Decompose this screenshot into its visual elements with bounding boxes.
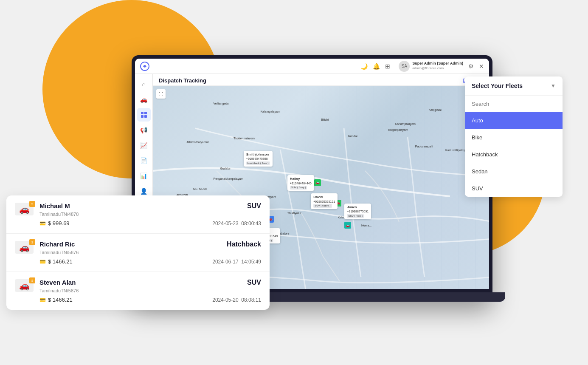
card-type-2: Hatchback — [227, 241, 261, 248]
map-header: Dispatch Tracking Dispatcher — [153, 74, 489, 86]
svg-rect-3 — [141, 115, 143, 118]
card-bottom-3: 💳 $ 1466.21 2024-05-20 08:08:11 — [39, 297, 261, 303]
fleet-dropdown-arrow-icon[interactable]: ▼ — [551, 83, 556, 89]
moon-icon[interactable]: 🌙 — [360, 63, 368, 70]
card-type-3: SUV — [247, 279, 261, 286]
card-icon-1: 🚗 S — [15, 202, 34, 216]
sidebar-item-alerts[interactable]: 📢 — [137, 123, 151, 137]
map-label-meimudi: MEi MUDI — [193, 187, 207, 190]
card-name-3: Steven Alan — [39, 279, 76, 286]
map-label-thudiyalur: Thudiyalur — [287, 212, 301, 215]
bell-icon[interactable]: 🔔 — [373, 63, 380, 70]
admin-info: SA Super Admin (Super Admin) admin@flont… — [399, 61, 463, 72]
fleet-panel-title: Select Your Fleets — [472, 82, 523, 89]
card-datetime-2: 2024-06-17 14:05:49 — [212, 259, 261, 265]
titlebar-icons: 🌙 🔔 ⊞ SA Super Admin (Super Admin) admin… — [360, 61, 484, 72]
map-label-kuppepalayam: Kuppepalayam — [388, 128, 408, 131]
table-row: 🚗 S Steven Alan SUV TamilnaduTN/5876 💳 $… — [6, 272, 270, 310]
map-popup-smithjohnson: Smithjohnson +919895475898 Hatchback ( F… — [244, 151, 273, 167]
card-name-1: Michael M — [39, 202, 70, 209]
card-name-2: Richard Ric — [39, 241, 75, 248]
map-label-kalampalayam: Kalampalayam — [260, 110, 280, 113]
sidebar-item-tracking[interactable] — [137, 108, 151, 122]
card-id-2: TamilnaduTN/5876 — [39, 250, 261, 255]
table-row: 🚗 S Richard Ric Hatchback TamilnaduTN/58… — [6, 234, 270, 272]
card-bottom-1: 💳 $ 999.69 2024-05-23 08:00:43 — [39, 220, 261, 226]
fleet-item-suv[interactable]: SUV — [465, 180, 563, 197]
map-label-athimathaiyamur: Athimathaiyamur — [186, 141, 209, 144]
map-label-neela: Neela... — [361, 224, 371, 227]
map-label-ilamdai: Ilamdai — [348, 135, 357, 138]
card-content-2: Richard Ric Hatchback TamilnaduTN/5876 💳… — [39, 241, 261, 265]
fleet-panel: Select Your Fleets ▼ Auto Bike Hatchback… — [465, 76, 563, 197]
card-content-1: Michael M SUV TamilnaduTN/4878 💳 $ 999.6… — [39, 202, 261, 226]
card-list: 🚗 S Michael M SUV TamilnaduTN/4878 💳 $ 9… — [6, 195, 270, 310]
map-popup-jones: Jones +919988775691 SUV ( Free ) — [344, 204, 371, 219]
fleet-panel-header: Select Your Fleets ▼ — [465, 76, 563, 96]
card-top-2: Richard Ric Hatchback — [39, 241, 261, 248]
card-icon-3: 🚗 S — [15, 279, 34, 292]
app-titlebar: 🌙 🔔 ⊞ SA Super Admin (Super Admin) admin… — [135, 59, 489, 74]
sidebar-item-reports[interactable]: 📄 — [137, 154, 151, 167]
amount-icon-1: 💳 — [39, 221, 46, 226]
map-label-penyanaicken: Penyanaickenpalayam — [214, 177, 243, 180]
card-icon-2: 🚗 S — [15, 241, 34, 254]
fleet-item-sedan[interactable]: Sedan — [465, 163, 563, 180]
card-top-3: Steven Alan SUV — [39, 279, 261, 286]
settings-icon[interactable]: ⚙ — [468, 63, 474, 70]
card-datetime-3: 2024-05-20 08:08:11 — [212, 297, 261, 303]
map-label-bilichi: Bilichi — [321, 118, 329, 121]
vehicle-marker-1: 🚗 — [314, 179, 321, 186]
card-bottom-2: 💳 $ 1466.21 2024-06-17 14:05:49 — [39, 258, 261, 265]
card-type-1: SUV — [247, 202, 261, 210]
card-amount-3: 💳 $ 1466.21 — [39, 297, 73, 303]
fleet-item-bike[interactable]: Bike — [465, 129, 563, 146]
sidebar-item-home[interactable]: ⌂ — [137, 77, 151, 91]
card-content-3: Steven Alan SUV TamilnaduTN/5876 💳 $ 146… — [39, 279, 261, 303]
vehicle-marker-3: 🚗 — [344, 222, 351, 229]
sidebar-item-vehicles[interactable]: 🚗 — [137, 93, 151, 106]
map-label-tholampalayam: Tholampalayam — [234, 137, 255, 140]
fleet-search-input[interactable] — [472, 101, 556, 107]
amount-icon-2: 💳 — [39, 259, 46, 265]
map-label-kariampalayam: Kariampalayam — [395, 122, 416, 125]
svg-rect-1 — [141, 112, 143, 114]
map-popup-david: David +919865325151 SUV ( Active ) — [311, 193, 338, 209]
grid-icon[interactable]: ⊞ — [385, 63, 390, 70]
svg-rect-4 — [144, 115, 147, 118]
table-row: 🚗 S Michael M SUV TamilnaduTN/4878 💳 $ 9… — [6, 195, 270, 234]
map-title: Dispatch Tracking — [159, 77, 206, 84]
fleet-item-hatchback[interactable]: Hatchback — [465, 146, 563, 163]
sidebar-item-analytics[interactable]: 📈 — [137, 139, 151, 152]
svg-rect-2 — [144, 112, 147, 114]
card-id-3: TamilnaduTN/5876 — [39, 288, 261, 293]
map-popup-hailey: Hailey +913464404440 SUV ( Busy ) — [287, 175, 314, 191]
admin-email: admin@flontera.com — [412, 66, 463, 71]
card-datetime-1: 2024-05-23 08:00:43 — [212, 221, 261, 226]
map-label-kanjipalai: Kanjipalai — [428, 108, 441, 111]
fleet-search-container — [465, 96, 563, 112]
sidebar-item-dashboard[interactable]: 📊 — [137, 169, 151, 183]
map-expand-button[interactable]: ⛶ — [156, 89, 166, 99]
card-amount-2: 💳 $ 1466.21 — [39, 258, 73, 265]
app-logo — [140, 62, 149, 71]
map-label-gudalur: Gudalur — [220, 167, 231, 170]
admin-text: Super Admin (Super Admin) admin@flontera… — [412, 61, 463, 71]
amount-icon-3: 💳 — [39, 297, 46, 303]
card-amount-1: 💳 $ 999.69 — [39, 220, 70, 226]
avatar: SA — [399, 61, 410, 72]
admin-name: Super Admin (Super Admin) — [412, 61, 463, 66]
map-label-paduvampalli: Paduvampalli — [415, 145, 433, 148]
fleet-list: Auto Bike Hatchback Sedan SUV — [465, 112, 563, 197]
map-label-velliangadu: Velliangadu — [214, 102, 229, 105]
close-icon[interactable]: ✕ — [479, 63, 484, 70]
fleet-item-auto[interactable]: Auto — [465, 112, 563, 129]
card-top-1: Michael M SUV — [39, 202, 261, 210]
card-id-1: TamilnaduTN/4878 — [39, 212, 261, 217]
